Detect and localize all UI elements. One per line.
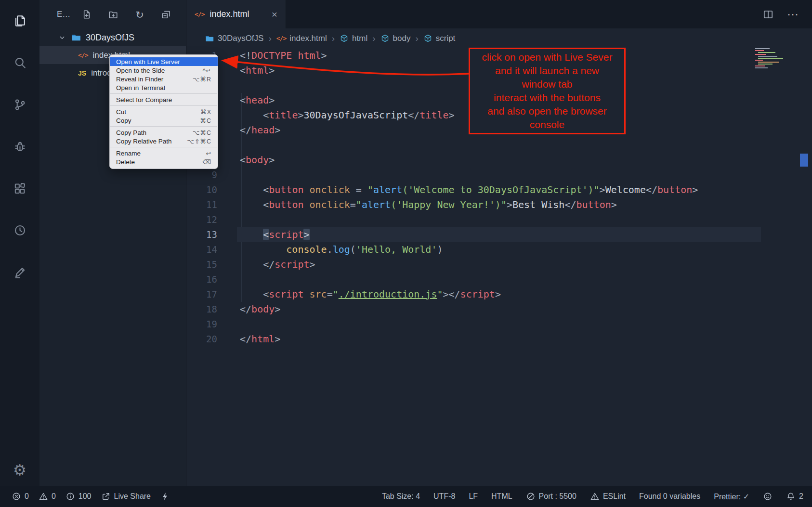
status-label: HTML — [491, 492, 512, 501]
root-folder-label: 30DaysOfJS — [86, 33, 134, 43]
activity-bar-top — [13, 13, 27, 279]
menu-item-delete[interactable]: Delete⌫ — [110, 157, 218, 166]
code-line-13[interactable]: 13 <script> — [186, 227, 812, 242]
status-label: 0 — [52, 492, 56, 501]
code-line-9[interactable]: 9 — [186, 168, 812, 182]
html-file-icon: </> — [195, 11, 204, 18]
menu-item-open-in-terminal[interactable]: Open in Terminal — [110, 83, 218, 92]
code-text — [237, 317, 761, 332]
menu-item-copy[interactable]: Copy⌘C — [110, 116, 218, 125]
menu-item-copy-path[interactable]: Copy Path⌥⌘C — [110, 128, 218, 137]
activity-settings[interactable]: ⚙ — [13, 463, 27, 477]
activity-history[interactable] — [13, 223, 27, 237]
close-icon[interactable]: × — [272, 9, 277, 19]
collapse-folders-button[interactable] — [161, 9, 171, 20]
annotation-text-line: and also open the browser — [482, 104, 613, 118]
status-0[interactable]: 0 — [12, 492, 29, 501]
source-control-icon — [13, 98, 27, 112]
bell-icon — [786, 492, 796, 501]
menu-item-shortcut: ↩ — [206, 150, 211, 157]
breadcrumb-label: index.html — [289, 34, 327, 43]
status-prettier[interactable]: Prettier: ✓ — [714, 492, 749, 501]
menu-item-copy-relative-path[interactable]: Copy Relative Path⌥⇧⌘C — [110, 137, 218, 145]
status-label: LF — [469, 492, 478, 501]
code-line-12[interactable]: 12 — [186, 212, 812, 227]
activity-source-control[interactable] — [13, 97, 27, 112]
breadcrumb-script[interactable]: script — [423, 34, 456, 43]
code-text: <script> — [237, 227, 761, 242]
status-100[interactable]: 100 — [65, 492, 92, 501]
status-label: 0 — [25, 492, 29, 501]
line-number: 18 — [186, 302, 217, 317]
chevron-down-icon — [58, 33, 66, 42]
new-folder-button[interactable] — [108, 9, 118, 20]
warning-icon — [39, 492, 48, 501]
sidebar-header: E… ↻ — [39, 0, 186, 29]
tree-root-folder[interactable]: 30DaysOfJS — [39, 29, 186, 46]
status-smiley[interactable] — [763, 492, 773, 501]
status-0[interactable]: 0 — [39, 492, 56, 501]
status-lf[interactable]: LF — [469, 492, 478, 501]
menu-item-open-with-live-server[interactable]: Open with Live Server — [110, 57, 218, 66]
breadcrumb-30daysofjs[interactable]: 30DaysOfJS — [205, 34, 263, 43]
breadcrumb: 30DaysOfJS›</>index.html›html›body›scrip… — [186, 28, 812, 48]
menu-separator — [110, 105, 217, 106]
menu-item-shortcut: ⌥⌘R — [193, 76, 211, 83]
status-html[interactable]: HTML — [491, 492, 512, 501]
menu-item-rename[interactable]: Rename↩ — [110, 149, 218, 157]
more-actions-icon[interactable]: ⋯ — [787, 8, 799, 21]
minimap[interactable] — [753, 47, 800, 74]
status-port-5500[interactable]: Port : 5500 — [526, 492, 576, 501]
breadcrumb-html[interactable]: html — [340, 34, 367, 43]
menu-item-reveal-in-finder[interactable]: Reveal in Finder⌥⌘R — [110, 75, 218, 83]
menu-item-label: Open in Terminal — [116, 84, 165, 91]
refresh-button[interactable]: ↻ — [134, 9, 145, 20]
breadcrumb-body[interactable]: body — [380, 34, 411, 43]
status-eslint[interactable]: ESLint — [590, 492, 626, 501]
status-utf-8[interactable]: UTF-8 — [433, 492, 455, 501]
activity-extensions[interactable] — [13, 181, 27, 195]
status-found-0-variables[interactable]: Found 0 variables — [639, 492, 700, 501]
status-2[interactable]: 2 — [786, 492, 803, 501]
settings-gear-icon: ⚙ — [13, 463, 26, 478]
tab-index-html[interactable]: </> index.html × — [186, 0, 286, 28]
line-number: 20 — [186, 332, 217, 347]
breadcrumb-separator: › — [372, 33, 375, 44]
code-line-11[interactable]: 11 <button onclick="alert('Happy New Yea… — [186, 197, 812, 212]
annotation-box: click on open with Live Severand it will… — [469, 48, 626, 134]
breadcrumb-index-html[interactable]: </>index.html — [276, 34, 327, 43]
menu-item-label: Copy Path — [116, 129, 146, 136]
menu-item-cut[interactable]: Cut⌘X — [110, 107, 218, 116]
split-editor-icon[interactable] — [762, 9, 774, 20]
code-line-19[interactable]: 19 — [186, 317, 812, 332]
line-number: 19 — [186, 317, 217, 332]
status-tab-size-4[interactable]: Tab Size: 4 — [382, 492, 420, 501]
menu-item-label: Delete — [116, 158, 135, 166]
activity-explorer[interactable] — [13, 13, 27, 28]
activity-feedback[interactable] — [13, 265, 27, 279]
status-lightning[interactable] — [160, 492, 170, 501]
activity-run-debug[interactable] — [13, 139, 27, 154]
menu-item-select-for-compare[interactable]: Select for Compare — [110, 95, 218, 104]
menu-item-open-to-the-side[interactable]: Open to the Side^↵ — [110, 66, 218, 75]
code-line-7[interactable]: 7 — [186, 138, 812, 153]
collapse-folders-icon — [161, 9, 171, 20]
code-line-14[interactable]: 14 console.log('Hello, World') — [186, 242, 812, 257]
code-line-10[interactable]: 10 <button onclick = "alert('Welcome to … — [186, 182, 812, 197]
status-live-share[interactable]: Live Share — [101, 492, 151, 501]
menu-separator — [110, 126, 217, 127]
code-line-16[interactable]: 16 — [186, 272, 812, 287]
code-line-15[interactable]: 15 </script> — [186, 257, 812, 272]
new-file-icon — [81, 9, 92, 20]
code-line-20[interactable]: 20</html> — [186, 332, 812, 347]
annotation-text-line: console — [482, 118, 613, 131]
code-line-17[interactable]: 17 <script src="./introduction.js"></scr… — [186, 287, 812, 302]
activity-search[interactable] — [13, 55, 27, 70]
new-file-button[interactable] — [81, 9, 92, 20]
code-line-18[interactable]: 18</body> — [186, 302, 812, 317]
refresh-icon: ↻ — [135, 10, 144, 20]
menu-item-label: Open with Live Server — [116, 58, 180, 65]
explorer-icon — [13, 14, 27, 28]
code-text: </html> — [237, 332, 761, 347]
code-line-8[interactable]: 8<body> — [186, 153, 812, 168]
